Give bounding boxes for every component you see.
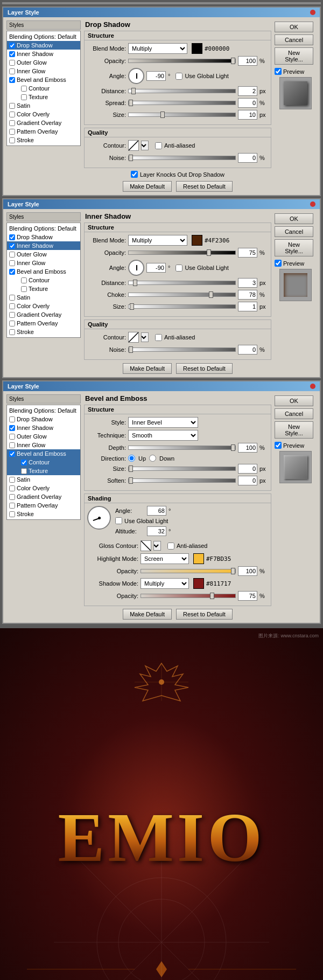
cb-stroke-1[interactable] <box>9 137 15 143</box>
cb3-gradient[interactable] <box>9 494 15 500</box>
cb-texture-1[interactable] <box>21 94 27 100</box>
sidebar3-inner-shadow[interactable]: Inner Shadow <box>7 423 80 432</box>
highlight-opacity-input[interactable] <box>238 566 257 576</box>
anti-alias-cb-2[interactable] <box>155 334 162 341</box>
sidebar3-inner-glow[interactable]: Inner Glow <box>7 441 80 449</box>
contour-select[interactable] <box>141 141 149 150</box>
sidebar2-contour[interactable]: Contour <box>7 276 80 284</box>
sidebar3-contour-sel[interactable]: Contour <box>7 458 80 467</box>
sidebar2-bevel[interactable]: Bevel and Emboss <box>7 267 80 276</box>
sidebar-item-bevel-emboss[interactable]: Bevel and Emboss <box>7 75 80 84</box>
contour-thumb[interactable] <box>128 140 139 151</box>
angle-dial[interactable] <box>128 68 144 84</box>
soften-input[interactable] <box>238 476 257 485</box>
dir-up-radio[interactable] <box>128 455 135 462</box>
sidebar-item-stroke[interactable]: Stroke <box>7 136 80 144</box>
shadow-mode-select[interactable]: Multiply <box>141 578 189 589</box>
cb3-satin[interactable] <box>9 477 15 483</box>
sidebar-item-outer-glow[interactable]: Outer Glow <box>7 58 80 67</box>
cb3-stroke[interactable] <box>9 511 15 517</box>
contour-thumb-2[interactable] <box>128 332 139 343</box>
cb3-texture[interactable] <box>21 468 27 474</box>
sidebar2-texture[interactable]: Texture <box>7 284 80 293</box>
size-handle-3[interactable] <box>129 465 133 472</box>
cb2-texture[interactable] <box>21 286 27 292</box>
blend-swatch-2[interactable] <box>192 235 202 246</box>
cb-inner-shadow-1[interactable] <box>9 51 15 57</box>
spread-input[interactable] <box>238 98 257 108</box>
highlight-mode-select[interactable]: Screen <box>141 553 189 564</box>
reset-default-btn-1[interactable]: Reset to Default <box>176 181 233 192</box>
cb2-stroke[interactable] <box>9 329 15 335</box>
blend-color-swatch[interactable] <box>192 43 202 54</box>
sidebar2-outer-glow[interactable]: Outer Glow <box>7 250 80 259</box>
size-handle[interactable] <box>160 112 165 118</box>
size-slider-3[interactable] <box>128 467 236 471</box>
distance-slider[interactable] <box>128 89 236 93</box>
angle-dial-2[interactable] <box>128 260 144 276</box>
sidebar3-stroke[interactable]: Stroke <box>7 510 80 518</box>
cancel-btn-2[interactable]: Cancel <box>275 226 313 237</box>
sidebar3-gradient[interactable]: Gradient Overlay <box>7 492 80 501</box>
anti-aliased-cb[interactable] <box>155 142 162 149</box>
cb3-pattern[interactable] <box>9 503 15 509</box>
cb-pattern-1[interactable] <box>9 129 15 135</box>
new-style-btn-2[interactable]: New Style... <box>275 239 313 256</box>
cb3-contour[interactable] <box>21 460 27 465</box>
ok-btn-3[interactable]: OK <box>275 395 313 406</box>
soften-slider[interactable] <box>128 478 236 483</box>
distance-handle[interactable] <box>131 88 136 94</box>
sidebar-item-contour[interactable]: Contour <box>7 84 80 93</box>
sidebar3-blending[interactable]: Blending Options: Default <box>7 406 80 415</box>
global-light-cb-3[interactable] <box>115 517 122 524</box>
make-default-btn-1[interactable]: Make Default <box>123 181 172 192</box>
size-input[interactable] <box>238 110 257 120</box>
cb2-gradient[interactable] <box>9 312 15 318</box>
sidebar3-color-overlay[interactable]: Color Overly <box>7 484 80 492</box>
preview-cb-2[interactable] <box>275 260 282 267</box>
depth-handle[interactable] <box>231 444 235 451</box>
altitude-input[interactable] <box>147 526 166 536</box>
choke-input[interactable] <box>238 290 257 300</box>
size-input-2[interactable] <box>238 302 257 311</box>
new-style-btn-1[interactable]: New Style... <box>275 47 313 65</box>
sidebar2-color-overlay[interactable]: Color Overly <box>7 302 80 310</box>
cb3-drop[interactable] <box>9 416 15 422</box>
sidebar-item-pattern-overlay[interactable]: Pattern Overlay <box>7 127 80 136</box>
angle-input[interactable] <box>146 71 166 81</box>
cb2-inner[interactable] <box>9 243 15 249</box>
noise-slider[interactable] <box>128 156 236 160</box>
shadow-swatch[interactable] <box>193 578 204 589</box>
noise-handle[interactable] <box>129 155 133 161</box>
blend-mode-select[interactable]: Multiply Normal Screen <box>128 43 187 54</box>
distance-slider-2[interactable] <box>128 281 236 285</box>
ok-btn-2[interactable]: OK <box>275 213 313 224</box>
shadow-opacity-slider[interactable] <box>141 594 236 598</box>
technique-select[interactable]: Smooth <box>128 430 198 441</box>
angle-input-2[interactable] <box>146 263 166 273</box>
cb-drop-shadow[interactable] <box>9 43 15 48</box>
sidebar2-gradient[interactable]: Gradient Overlay <box>7 310 80 319</box>
sidebar-item-drop-shadow-sel[interactable]: Drop Shadow <box>7 41 80 50</box>
cancel-btn-3[interactable]: Cancel <box>275 408 313 419</box>
opacity-slider-2[interactable] <box>128 251 236 255</box>
size-handle-2[interactable] <box>130 303 134 310</box>
sidebar-item-color-overlay[interactable]: Color Overly <box>7 110 80 119</box>
dir-down-radio[interactable] <box>149 455 156 462</box>
cb-outer-glow-1[interactable] <box>9 60 15 66</box>
size-slider[interactable] <box>128 113 236 117</box>
cb3-color[interactable] <box>9 485 15 491</box>
new-style-btn-3[interactable]: New Style... <box>275 421 313 439</box>
angle-input-3[interactable] <box>147 506 166 516</box>
noise-handle-2[interactable] <box>129 346 133 353</box>
altitude-dial[interactable] <box>87 506 111 530</box>
gloss-anti-alias-cb[interactable] <box>167 543 174 550</box>
soften-handle[interactable] <box>129 477 133 484</box>
sidebar3-satin[interactable]: Satin <box>7 475 80 484</box>
cb-satin-1[interactable] <box>9 103 15 109</box>
ok-btn-1[interactable]: OK <box>275 22 313 32</box>
gloss-contour-thumb[interactable] <box>141 540 151 551</box>
blend-select-2[interactable]: Multiply <box>128 235 187 246</box>
cb-contour-1[interactable] <box>21 86 27 92</box>
depth-slider[interactable] <box>128 446 236 450</box>
